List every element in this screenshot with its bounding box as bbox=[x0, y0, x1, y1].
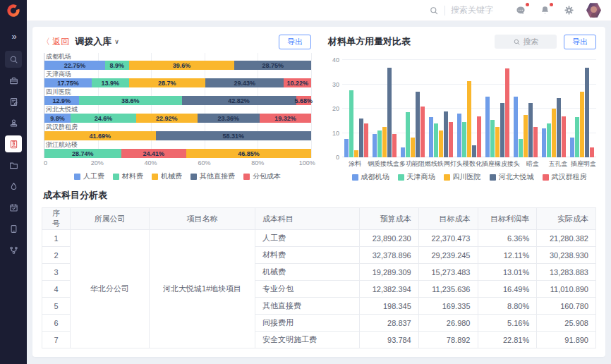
chevron-down-icon[interactable]: ∨ bbox=[114, 38, 119, 45]
bar[interactable] bbox=[377, 131, 382, 157]
bar[interactable] bbox=[449, 122, 453, 157]
bar[interactable] bbox=[373, 134, 377, 157]
bar[interactable] bbox=[547, 123, 551, 157]
bar-segment[interactable]: 39.6% bbox=[129, 61, 235, 70]
settings-button[interactable] bbox=[562, 4, 575, 17]
bar[interactable] bbox=[467, 81, 471, 157]
bar[interactable] bbox=[359, 119, 363, 157]
bar[interactable] bbox=[495, 127, 500, 157]
legend-item[interactable]: 机械费 bbox=[152, 171, 182, 181]
back-link[interactable]: 〈 返回 bbox=[42, 36, 69, 48]
bar[interactable] bbox=[585, 68, 589, 157]
bar[interactable] bbox=[557, 98, 561, 157]
bar-segment[interactable]: 28.75% bbox=[234, 61, 311, 70]
bar[interactable] bbox=[575, 117, 579, 157]
bar-segment[interactable]: 22.92% bbox=[136, 114, 198, 123]
legend-item[interactable]: 人工费 bbox=[74, 171, 104, 181]
bar[interactable] bbox=[590, 147, 594, 157]
material-search-input[interactable]: 搜索 bbox=[495, 35, 557, 49]
bar[interactable] bbox=[580, 92, 584, 157]
bar-segment[interactable]: 17.75% bbox=[44, 78, 92, 87]
bar[interactable] bbox=[477, 116, 481, 158]
bar[interactable] bbox=[382, 127, 387, 157]
export-button-left[interactable]: 导出 bbox=[279, 35, 311, 49]
sidebar-item-workflow[interactable] bbox=[5, 241, 22, 258]
legend-item[interactable]: 四川医院 bbox=[444, 172, 481, 182]
bar-segment[interactable]: 22.75% bbox=[44, 61, 105, 70]
bar-segment[interactable]: 38.6% bbox=[79, 96, 182, 105]
bar[interactable] bbox=[434, 123, 438, 157]
bar[interactable] bbox=[401, 147, 405, 157]
bar[interactable] bbox=[439, 131, 443, 157]
bar[interactable] bbox=[542, 128, 546, 157]
bar[interactable] bbox=[519, 139, 523, 157]
bar[interactable] bbox=[505, 68, 509, 157]
sidebar-expand-button[interactable]: » bbox=[11, 31, 15, 42]
legend-item[interactable]: 分包成本 bbox=[243, 171, 281, 181]
bar[interactable] bbox=[552, 109, 556, 157]
bar[interactable] bbox=[457, 114, 461, 157]
alerts-button[interactable] bbox=[538, 4, 551, 17]
legend-item[interactable]: 材料费 bbox=[113, 171, 143, 181]
bar[interactable] bbox=[524, 115, 528, 157]
bar-segment[interactable]: 9.8% bbox=[44, 114, 71, 123]
bar[interactable] bbox=[429, 117, 433, 157]
legend-item[interactable]: 天津商场 bbox=[398, 172, 435, 182]
bar[interactable] bbox=[411, 138, 415, 157]
sidebar-item-search[interactable] bbox=[5, 51, 22, 68]
bar[interactable] bbox=[406, 112, 410, 157]
bar[interactable] bbox=[514, 97, 518, 157]
bar[interactable] bbox=[562, 116, 566, 158]
sidebar-item-tablet[interactable] bbox=[5, 220, 22, 237]
sidebar-item-document-edit[interactable] bbox=[5, 93, 22, 110]
bar[interactable] bbox=[500, 103, 504, 157]
messages-button[interactable] bbox=[514, 4, 527, 17]
bar[interactable] bbox=[364, 123, 368, 157]
legend-item[interactable]: 武汉群租房 bbox=[543, 172, 587, 182]
sidebar-item-folder[interactable] bbox=[5, 157, 22, 174]
sidebar-item-calendar[interactable] bbox=[5, 199, 22, 216]
sidebar-item-droplet[interactable] bbox=[5, 178, 22, 195]
bar[interactable] bbox=[570, 138, 574, 157]
bar[interactable] bbox=[354, 150, 358, 157]
sidebar-item-cost-active[interactable] bbox=[5, 135, 22, 152]
bar-segment[interactable]: 24.6% bbox=[71, 114, 136, 123]
bar-segment[interactable]: 58.31% bbox=[156, 131, 311, 140]
bar-segment[interactable]: 24.41% bbox=[121, 149, 186, 158]
bar[interactable] bbox=[444, 111, 448, 157]
global-search[interactable]: 搜索关键字 bbox=[429, 4, 493, 16]
bar[interactable] bbox=[533, 127, 538, 157]
bar-segment[interactable]: 8.9% bbox=[105, 61, 129, 70]
bar-segment[interactable]: 23.36% bbox=[198, 114, 260, 123]
bar-segment[interactable]: 46.85% bbox=[186, 149, 311, 158]
bar-segment[interactable]: 42.82% bbox=[182, 96, 296, 105]
sidebar-item-stamp[interactable] bbox=[5, 114, 22, 131]
bar[interactable] bbox=[485, 97, 490, 157]
bar-segment[interactable]: 41.69% bbox=[44, 131, 156, 140]
bar-segment[interactable]: 28.74% bbox=[44, 149, 121, 158]
bar[interactable] bbox=[472, 145, 476, 157]
bar[interactable] bbox=[416, 92, 420, 157]
sidebar-item-briefcase[interactable] bbox=[5, 72, 22, 89]
bar-segment[interactable]: 10.22% bbox=[284, 78, 311, 87]
legend-item[interactable]: 河北大悦城 bbox=[490, 172, 534, 182]
legend-item[interactable]: 成都机场 bbox=[352, 172, 389, 182]
bar[interactable] bbox=[344, 139, 349, 157]
bar-segment[interactable]: 12.9% bbox=[44, 96, 79, 105]
user-avatar[interactable] bbox=[586, 3, 601, 18]
bar-segment[interactable]: 19.32% bbox=[260, 114, 311, 123]
bar[interactable] bbox=[462, 122, 466, 157]
bar-segment[interactable]: 29.43% bbox=[205, 78, 284, 87]
bar-segment[interactable]: 5.68% bbox=[296, 96, 311, 105]
bar-segment[interactable]: 13.9% bbox=[92, 78, 129, 87]
app-logo[interactable] bbox=[0, 0, 27, 21]
bar[interactable] bbox=[490, 120, 495, 157]
bar[interactable] bbox=[387, 68, 392, 157]
legend-item[interactable]: 其他直接费 bbox=[190, 171, 235, 181]
export-button-right[interactable]: 导出 bbox=[564, 35, 596, 49]
bar-segment[interactable]: 28.7% bbox=[129, 78, 205, 87]
bar[interactable] bbox=[421, 107, 425, 157]
bar[interactable] bbox=[392, 134, 397, 157]
bar[interactable] bbox=[528, 103, 533, 157]
bar[interactable] bbox=[349, 90, 353, 157]
